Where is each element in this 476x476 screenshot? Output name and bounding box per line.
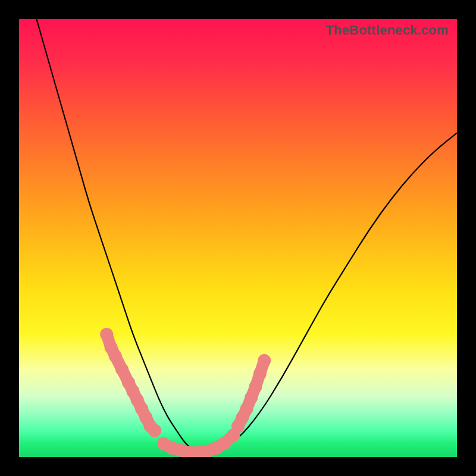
curve-marker: [258, 354, 271, 367]
curve-marker: [253, 367, 267, 380]
curve-marker: [148, 424, 161, 437]
bottleneck-curve-path: [36, 19, 457, 452]
curve-marker: [115, 363, 129, 376]
marker-group: [100, 328, 271, 457]
curve-svg: [19, 19, 457, 457]
chart-frame: TheBottleneck.com: [0, 0, 476, 476]
curve-marker: [100, 328, 113, 341]
curve-marker: [109, 350, 122, 363]
plot-area: TheBottleneck.com: [19, 19, 457, 457]
curve-marker: [249, 380, 262, 393]
